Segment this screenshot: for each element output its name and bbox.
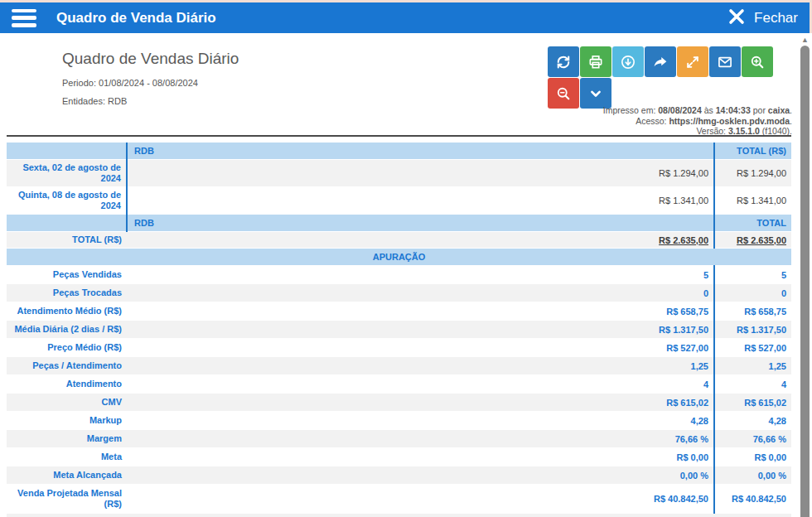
cell-total: R$ 40.842,50: [714, 485, 791, 514]
entities-text: Entidades: RDB: [62, 96, 239, 106]
cell-value: R$ 527,00: [127, 339, 714, 357]
email-button[interactable]: [709, 46, 741, 77]
cell-total: R$ 2.635,00: [714, 232, 791, 249]
row-label: Atendimento Médio (R$): [7, 302, 127, 321]
vertical-scrollbar[interactable]: ▲: [800, 35, 810, 517]
cell-value: 4: [127, 375, 714, 394]
entity-column-header: RDB: [127, 143, 714, 160]
row-label: Quinta, 08 de agosto de 2024: [7, 187, 127, 215]
cell-value: R$ 1.317,50: [127, 321, 714, 339]
zoom-out-button[interactable]: [548, 78, 579, 109]
chevron-down-icon: [587, 85, 604, 102]
total-column-header: TOTAL: [714, 215, 791, 232]
print-info: Impresso em: 08/08/2024 às 14:04:33 por …: [603, 105, 792, 137]
row-label: Peças Trocadas: [7, 284, 127, 302]
period-text: Periodo: 01/08/2024 - 08/08/2024: [62, 78, 239, 88]
cell-total: 0,00 %: [714, 466, 791, 485]
cell-total: 76,66 %: [714, 430, 791, 448]
cell-value: 5: [127, 266, 714, 284]
close-button[interactable]: Fechar: [727, 7, 810, 30]
scroll-up-arrow[interactable]: ▲: [800, 35, 810, 45]
cell-value: R$ 1.294,00: [127, 160, 714, 187]
zoom-in-button[interactable]: [742, 46, 773, 77]
cell-total: R$ 527,00: [714, 339, 791, 357]
printer-icon: [587, 54, 604, 70]
row-label: Peças / Atendimento: [7, 357, 127, 375]
zoom-in-icon: [749, 54, 766, 70]
collapse-button[interactable]: [580, 78, 611, 109]
row-label: Média Diária (2 dias / R$): [7, 321, 127, 339]
cell-total: 1,25: [714, 357, 791, 375]
refresh-button[interactable]: [548, 46, 579, 77]
cell-value: 1,25: [127, 357, 714, 375]
row-label: TOTAL (R$): [7, 232, 127, 249]
scrollbar-thumb[interactable]: [800, 46, 810, 517]
corner-cell: [7, 215, 127, 232]
envelope-icon: [717, 54, 733, 70]
section-header: APURAÇÃO: [7, 249, 791, 266]
cell-value: R$ 2.635,00: [127, 232, 714, 249]
cell-value: 76,66 %: [127, 430, 714, 448]
row-label: Venda Projetada Mensal (R$): [7, 485, 127, 514]
cell-total: R$ 0,00: [714, 448, 791, 466]
share-arrow-icon: [652, 54, 669, 70]
cell-total: 5: [714, 266, 791, 284]
cell-value: 4,28: [127, 412, 714, 430]
row-label: Meta: [7, 448, 127, 466]
report-header: Quadro de Vendas Diário Periodo: 01/08/2…: [62, 50, 239, 114]
topbar: Quadro de Venda Diário Fechar: [0, 2, 810, 33]
refresh-icon: [555, 54, 572, 70]
report-table: RDBTOTAL (R$)Sexta, 02 de agosto de 2024…: [7, 143, 791, 517]
cell-value: 0,00 %: [127, 466, 714, 485]
row-label: Atendimento: [7, 375, 127, 394]
observation-note: Observação: Este relátorio não considera…: [7, 514, 791, 517]
page-title: Quadro de Vendas Diário: [62, 50, 239, 68]
close-label: Fechar: [754, 10, 798, 27]
cell-value: R$ 658,75: [127, 302, 714, 321]
download-circle-icon: [620, 54, 636, 70]
row-label: CMV: [7, 394, 127, 412]
print-button[interactable]: [580, 46, 611, 77]
row-label: Meta Alcançada: [7, 466, 127, 485]
cell-value: R$ 615,02: [127, 394, 714, 412]
toolbar: [548, 46, 775, 109]
row-label: Margem: [7, 430, 127, 448]
cell-value: R$ 40.842,50: [127, 485, 714, 514]
total-column-header: TOTAL (R$): [714, 143, 791, 160]
menu-icon[interactable]: [12, 9, 36, 27]
corner-cell: [7, 143, 127, 160]
download-button[interactable]: [612, 46, 644, 77]
share-button[interactable]: [645, 46, 676, 77]
expand-arrows-icon: [684, 54, 701, 70]
window-frame: Quadro de Venda Diário Fechar: [0, 0, 812, 33]
row-label: Markup: [7, 412, 127, 430]
row-label: Sexta, 02 de agosto de 2024: [7, 160, 127, 187]
table-top-rule: [7, 135, 791, 137]
cell-total: R$ 615,02: [714, 394, 791, 412]
cell-value: 0: [127, 284, 714, 302]
cell-total: R$ 1.341,00: [714, 187, 791, 215]
close-icon: [727, 7, 747, 30]
cell-total: R$ 1.317,50: [714, 321, 791, 339]
expand-button[interactable]: [677, 46, 708, 77]
cell-total: R$ 1.294,00: [714, 160, 791, 187]
cell-total: R$ 658,75: [714, 302, 791, 321]
cell-value: R$ 0,00: [127, 448, 714, 466]
cell-value: R$ 1.341,00: [127, 187, 714, 215]
cell-total: 0: [714, 284, 791, 302]
topbar-title: Quadro de Venda Diário: [56, 10, 216, 27]
cell-total: 4,28: [714, 412, 791, 430]
row-label: Peças Vendidas: [7, 266, 127, 284]
zoom-out-icon: [555, 85, 572, 102]
cell-total: 4: [714, 375, 791, 394]
row-label: Preço Médio (R$): [7, 339, 127, 357]
report-window: Quadro de Venda Diário Fechar Quadro de …: [0, 0, 812, 517]
entity-column-header: RDB: [127, 215, 714, 232]
